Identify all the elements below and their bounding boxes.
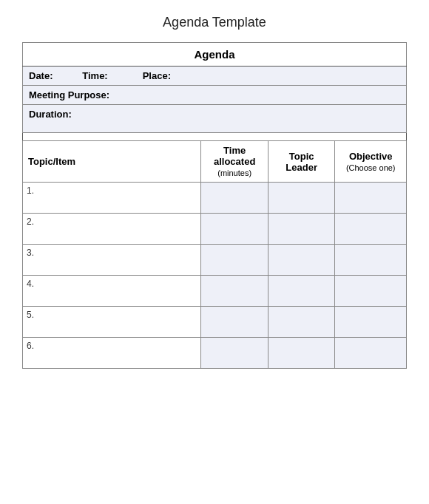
row-2-objective bbox=[335, 214, 407, 245]
table-row: 5. bbox=[23, 307, 407, 338]
col-header-time-sub: (minutes) bbox=[217, 168, 251, 177]
spacer-row bbox=[23, 133, 407, 141]
date-label: Date: bbox=[29, 70, 53, 81]
duration-cell: Duration: bbox=[23, 105, 407, 133]
col-header-topic-item: Topic/Item bbox=[23, 141, 201, 183]
agenda-table: Agenda Date: Time: Place: Meeting Purpos… bbox=[22, 42, 407, 369]
page: Agenda Template Agenda Date: Time: Place… bbox=[22, 15, 407, 369]
row-3-objective bbox=[335, 245, 407, 276]
row-3-time bbox=[201, 245, 268, 276]
col-header-topic-leader: Topic Leader bbox=[268, 141, 335, 183]
agenda-header-row: Agenda bbox=[23, 43, 407, 67]
meeting-purpose-row: Meeting Purpose: bbox=[23, 86, 407, 105]
page-title: Agenda Template bbox=[22, 15, 407, 30]
time-label: Time: bbox=[82, 70, 107, 81]
row-4-time bbox=[201, 276, 268, 307]
table-row: 2. bbox=[23, 214, 407, 245]
col-header-objective: Objective (Choose one) bbox=[335, 141, 407, 183]
row-6-objective bbox=[335, 338, 407, 369]
duration-label: Duration: bbox=[29, 109, 72, 120]
row-5-number: 5. bbox=[23, 307, 201, 338]
table-row: 4. bbox=[23, 276, 407, 307]
row-2-leader bbox=[268, 214, 335, 245]
row-4-leader bbox=[268, 276, 335, 307]
row-1-leader bbox=[268, 183, 335, 214]
col-header-objective-sub: (Choose one) bbox=[346, 163, 396, 172]
row-6-leader bbox=[268, 338, 335, 369]
row-1-objective bbox=[335, 183, 407, 214]
agenda-header-cell: Agenda bbox=[23, 43, 407, 67]
row-2-time bbox=[201, 214, 268, 245]
row-1-number: 1. bbox=[23, 183, 201, 214]
column-header-row: Topic/Item Time allocated (minutes) Topi… bbox=[23, 141, 407, 183]
table-row: 6. bbox=[23, 338, 407, 369]
place-label: Place: bbox=[143, 70, 171, 81]
row-5-time bbox=[201, 307, 268, 338]
row-2-number: 2. bbox=[23, 214, 201, 245]
row-3-leader bbox=[268, 245, 335, 276]
row-1-time bbox=[201, 183, 268, 214]
date-time-place-cell: Date: Time: Place: bbox=[23, 67, 407, 86]
col-header-time: Time allocated (minutes) bbox=[201, 141, 268, 183]
row-4-objective bbox=[335, 276, 407, 307]
row-5-leader bbox=[268, 307, 335, 338]
meeting-purpose-cell: Meeting Purpose: bbox=[23, 86, 407, 105]
row-5-objective bbox=[335, 307, 407, 338]
row-6-number: 6. bbox=[23, 338, 201, 369]
table-row: 1. bbox=[23, 183, 407, 214]
row-6-time bbox=[201, 338, 268, 369]
date-time-place-row: Date: Time: Place: bbox=[23, 67, 407, 86]
table-row: 3. bbox=[23, 245, 407, 276]
row-3-number: 3. bbox=[23, 245, 201, 276]
duration-row: Duration: bbox=[23, 105, 407, 133]
row-4-number: 4. bbox=[23, 276, 201, 307]
